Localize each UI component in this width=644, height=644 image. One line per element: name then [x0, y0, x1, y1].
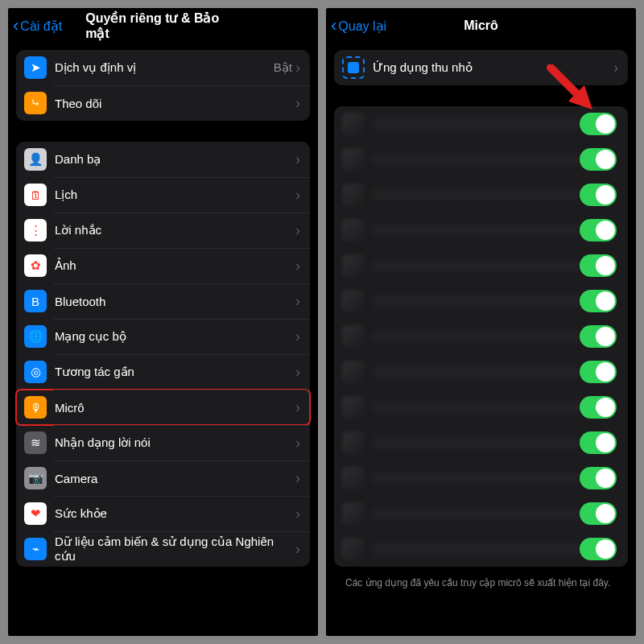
location-icon: ➤ — [24, 56, 47, 79]
chevron-right-icon: › — [295, 541, 300, 558]
permission-toggle[interactable] — [580, 396, 617, 419]
app-permission-row[interactable] — [334, 248, 628, 283]
pip-label: Ứng dụng thu nhỏ — [373, 60, 613, 75]
chevron-right-icon: › — [295, 187, 300, 204]
chevron-right-icon: › — [295, 328, 300, 345]
chevron-right-icon: › — [295, 95, 300, 112]
app-toggles-group — [334, 106, 628, 567]
app-name — [373, 508, 580, 519]
app-name — [373, 366, 580, 378]
contacts-icon: 👤 — [24, 148, 47, 171]
settings-row[interactable]: 👤Danh bạ› — [16, 142, 310, 177]
permission-toggle[interactable] — [580, 148, 617, 171]
app-permission-row[interactable] — [334, 460, 628, 496]
permission-toggle[interactable] — [580, 325, 617, 348]
settings-row[interactable]: 📷Camera› — [16, 460, 310, 496]
permission-toggle[interactable] — [580, 502, 617, 525]
settings-row[interactable]: BBluetooth› — [16, 283, 310, 319]
app-permission-row[interactable] — [334, 319, 628, 354]
photos-icon: ✿ — [24, 254, 47, 277]
permission-toggle[interactable] — [580, 431, 617, 454]
app-permission-row[interactable] — [334, 354, 628, 390]
navbar: ‹ Cài đặt Quyền riêng tư & Bảo mật — [8, 8, 318, 43]
app-name — [373, 473, 580, 484]
settings-row[interactable]: 🎙Micrô› — [16, 390, 310, 425]
chevron-right-icon: › — [613, 60, 618, 76]
app-icon — [342, 113, 365, 135]
app-name — [373, 260, 580, 271]
reminders-icon: ⋮ — [24, 219, 47, 242]
permission-toggle[interactable] — [580, 467, 617, 489]
permission-toggle[interactable] — [580, 254, 617, 277]
chevron-right-icon: › — [295, 60, 300, 76]
app-permission-row[interactable] — [334, 425, 628, 460]
permission-toggle[interactable] — [580, 361, 617, 383]
speech-icon: ≋ — [24, 431, 47, 454]
permission-toggle[interactable] — [580, 290, 617, 312]
app-permission-row[interactable] — [334, 213, 628, 248]
row-label: Mạng cục bộ — [55, 329, 295, 344]
pip-row[interactable]: Ứng dụng thu nhỏ › — [334, 50, 628, 85]
row-label: Lịch — [55, 188, 295, 202]
app-name — [373, 189, 580, 200]
permission-toggle[interactable] — [580, 113, 617, 135]
chevron-right-icon: › — [295, 222, 300, 239]
permission-toggle[interactable] — [580, 538, 617, 560]
settings-row[interactable]: ≋Nhận dạng lời nói› — [16, 425, 310, 460]
microphone-icon: 🎙 — [24, 396, 47, 419]
bluetooth-icon: B — [24, 290, 47, 312]
app-icon — [342, 361, 365, 383]
app-name — [373, 118, 580, 130]
row-label: Ảnh — [55, 258, 295, 273]
nearby-icon: ◎ — [24, 361, 47, 383]
row-label: Camera — [55, 472, 295, 485]
settings-row[interactable]: ✿Ảnh› — [16, 248, 310, 283]
settings-row[interactable]: ⋮Lời nhắc› — [16, 213, 310, 248]
page-title: Micrô — [464, 19, 498, 33]
tracking-icon: ⤷ — [24, 92, 47, 114]
microphone-content: Ứng dụng thu nhỏ › Các ứng dụng đã yêu c… — [326, 43, 636, 636]
health-icon: ❤ — [24, 502, 47, 525]
back-button[interactable]: ‹ Cài đặt — [13, 17, 62, 35]
app-icon — [342, 396, 365, 419]
app-icon — [342, 184, 365, 206]
app-name — [373, 225, 580, 236]
settings-row[interactable]: ❤Sức khỏe› — [16, 496, 310, 531]
settings-row[interactable]: ⤷Theo dõi› — [16, 85, 310, 121]
chevron-right-icon: › — [295, 399, 300, 416]
back-label: Cài đặt — [20, 19, 62, 34]
app-permission-row[interactable] — [334, 531, 628, 567]
local-network-icon: 🌐 — [24, 325, 47, 348]
settings-row[interactable]: ◎Tương tác gần› — [16, 354, 310, 390]
permission-toggle[interactable] — [580, 219, 617, 242]
app-icon — [342, 254, 365, 277]
chevron-right-icon: › — [295, 293, 300, 310]
app-icon — [342, 467, 365, 489]
row-label: Theo dõi — [55, 97, 295, 110]
app-permission-row[interactable] — [334, 496, 628, 531]
row-label: Micrô — [55, 401, 295, 415]
app-permission-row[interactable] — [334, 177, 628, 213]
chevron-left-icon: ‹ — [331, 17, 336, 35]
app-permission-row[interactable] — [334, 106, 628, 142]
app-permission-row[interactable] — [334, 283, 628, 319]
settings-row[interactable]: 🌐Mạng cục bộ› — [16, 319, 310, 354]
settings-row[interactable]: 🗓Lịch› — [16, 177, 310, 213]
page-title: Quyền riêng tư & Bảo mật — [85, 10, 241, 41]
camera-icon: 📷 — [24, 467, 47, 489]
settings-row[interactable]: ⌁Dữ liệu cảm biến & sử dụng của Nghiên c… — [16, 531, 310, 567]
chevron-right-icon: › — [295, 258, 300, 275]
permission-toggle[interactable] — [580, 184, 617, 206]
settings-group-location: ➤Dịch vụ định vịBật›⤷Theo dõi› — [16, 50, 310, 121]
row-label: Tương tác gần — [55, 365, 295, 379]
chevron-right-icon: › — [295, 506, 300, 522]
app-name — [373, 543, 580, 555]
app-icon — [342, 325, 365, 348]
settings-row[interactable]: ➤Dịch vụ định vịBật› — [16, 50, 310, 85]
app-permission-row[interactable] — [334, 390, 628, 425]
app-name — [373, 437, 580, 448]
app-permission-row[interactable] — [334, 142, 628, 177]
app-name — [373, 295, 580, 307]
row-label: Dữ liệu cảm biến & sử dụng của Nghiên cứ… — [55, 535, 295, 564]
back-button[interactable]: ‹ Quay lại — [331, 17, 386, 35]
